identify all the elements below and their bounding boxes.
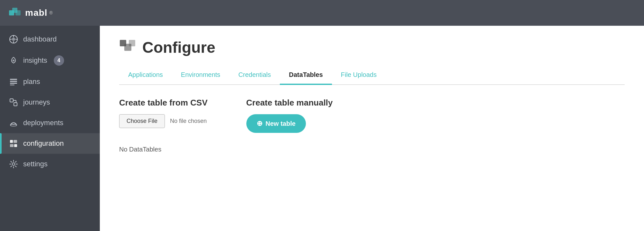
new-table-button[interactable]: ⊕ New table bbox=[246, 114, 306, 133]
svg-point-21 bbox=[12, 163, 15, 165]
sidebar-item-configuration[interactable]: configuration bbox=[0, 133, 100, 154]
tab-environments[interactable]: Environments bbox=[172, 66, 229, 85]
svg-rect-11 bbox=[10, 81, 17, 82]
svg-point-4 bbox=[12, 38, 15, 41]
topbar: mabl ® bbox=[0, 0, 644, 26]
file-input-area: Choose File No file chosen bbox=[119, 114, 208, 128]
settings-icon bbox=[9, 160, 18, 169]
sidebar-item-label-configuration: configuration bbox=[23, 139, 64, 148]
svg-rect-14 bbox=[10, 99, 13, 102]
svg-rect-12 bbox=[10, 83, 17, 84]
manual-section-title: Create table manually bbox=[246, 98, 333, 108]
csv-section-title: Create table from CSV bbox=[119, 98, 208, 108]
tab-applications[interactable]: Applications bbox=[119, 66, 172, 85]
sidebar: dashboard insights 4 plans bbox=[0, 26, 100, 231]
sidebar-item-label-deployments: deployments bbox=[23, 119, 63, 127]
insights-icon bbox=[9, 56, 18, 65]
logo: mabl ® bbox=[8, 6, 53, 20]
svg-rect-18 bbox=[14, 140, 17, 143]
svg-rect-2 bbox=[15, 10, 21, 15]
sidebar-item-journeys[interactable]: journeys bbox=[0, 92, 100, 113]
sidebar-item-deployments[interactable]: deployments bbox=[0, 113, 100, 133]
page-header: Configure bbox=[119, 39, 625, 56]
deployments-icon bbox=[9, 118, 18, 127]
choose-file-button[interactable]: Choose File bbox=[119, 114, 165, 128]
tab-credentials[interactable]: Credentials bbox=[229, 66, 280, 85]
logo-reg: ® bbox=[49, 10, 52, 15]
svg-rect-19 bbox=[10, 144, 14, 147]
svg-rect-20 bbox=[14, 144, 17, 147]
configuration-icon bbox=[9, 139, 18, 148]
manual-section: Create table manually ⊕ New table bbox=[246, 98, 333, 133]
svg-rect-15 bbox=[14, 103, 17, 106]
svg-rect-24 bbox=[129, 40, 135, 46]
mabl-logo-icon bbox=[8, 6, 22, 20]
svg-rect-13 bbox=[10, 85, 14, 85]
main-layout: dashboard insights 4 plans bbox=[0, 26, 644, 231]
sidebar-item-settings[interactable]: settings bbox=[0, 154, 100, 174]
tab-datatables[interactable]: DataTables bbox=[280, 66, 332, 85]
sidebar-item-label-insights: insights bbox=[23, 56, 47, 65]
configure-icon bbox=[119, 39, 136, 56]
svg-rect-10 bbox=[10, 79, 17, 80]
logo-text: mabl bbox=[25, 8, 47, 18]
insights-badge: 4 bbox=[54, 55, 64, 66]
no-file-text: No file chosen bbox=[170, 118, 207, 125]
svg-point-9 bbox=[13, 60, 14, 61]
dashboard-icon bbox=[9, 35, 18, 44]
sidebar-item-label-journeys: journeys bbox=[23, 98, 50, 106]
sidebar-item-label-settings: settings bbox=[23, 160, 48, 168]
tab-fileuploads[interactable]: File Uploads bbox=[332, 66, 386, 85]
sidebar-item-insights[interactable]: insights 4 bbox=[0, 50, 100, 71]
sidebar-item-label-plans: plans bbox=[23, 78, 40, 86]
new-table-label: New table bbox=[266, 120, 296, 127]
journeys-icon bbox=[9, 98, 18, 107]
main-content: Configure Applications Environments Cred… bbox=[100, 26, 644, 231]
sidebar-item-dashboard[interactable]: dashboard bbox=[0, 29, 100, 50]
sidebar-item-label-dashboard: dashboard bbox=[23, 35, 57, 43]
no-datatables-text: No DataTables bbox=[119, 146, 625, 153]
page-title: Configure bbox=[142, 39, 215, 56]
tabs-nav: Applications Environments Credentials Da… bbox=[119, 66, 625, 85]
plus-icon: ⊕ bbox=[257, 119, 262, 128]
csv-section: Create table from CSV Choose File No fil… bbox=[119, 98, 208, 133]
plans-icon bbox=[9, 77, 18, 86]
sidebar-item-plans[interactable]: plans bbox=[0, 71, 100, 92]
sections-row: Create table from CSV Choose File No fil… bbox=[119, 98, 625, 133]
svg-rect-17 bbox=[10, 140, 13, 143]
